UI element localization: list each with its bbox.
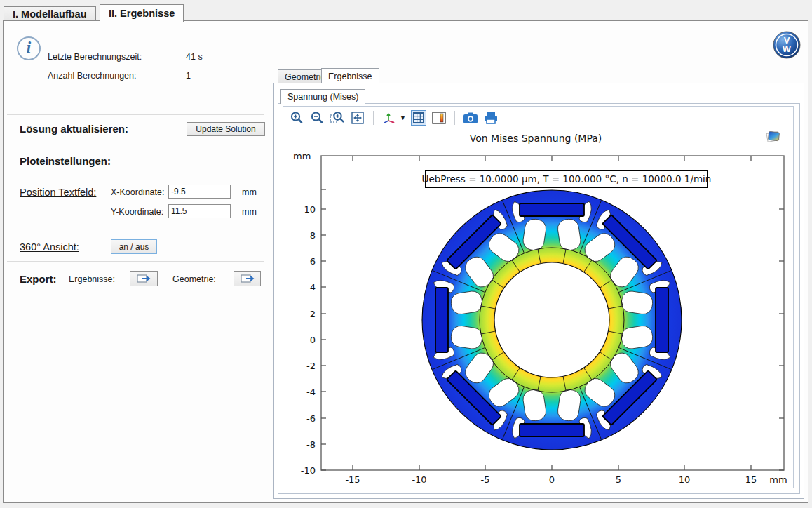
plot-title: Von Mises Spannung (MPa) xyxy=(470,133,602,144)
runs-value: 1 xyxy=(186,71,191,81)
tab-ergebnisse-label: II. Ergebnisse xyxy=(109,8,175,19)
y-tick-label: 2 xyxy=(310,309,316,319)
toolbar-separator xyxy=(454,111,455,125)
view-360-toggle-label: an / aus xyxy=(119,242,149,252)
update-solution-label: Update Solution xyxy=(196,124,255,134)
x-tick-label: -15 xyxy=(345,474,360,485)
x-axis-labels: -15 -10 -5 0 5 10 15 mm xyxy=(345,474,787,485)
view-orientation-icon[interactable] xyxy=(381,110,397,126)
x-coordinate-value: -9.5 xyxy=(171,187,186,196)
y-coordinate-value: 11.5 xyxy=(171,206,187,216)
tab-ergebnisse-right[interactable]: Ergebnisse xyxy=(321,68,379,83)
rotor-bore xyxy=(494,262,609,377)
tab-ergebnisse-right-label: Ergebnisse xyxy=(328,72,372,81)
x-tick-label: -10 xyxy=(412,474,426,485)
color-legend-icon[interactable] xyxy=(431,110,447,126)
position-textfield-heading: Position Textfeld: xyxy=(20,187,96,198)
runs-label: Anzahl Berechnungen: xyxy=(48,71,136,81)
y-tick-label: 4 xyxy=(310,282,316,293)
x-tick-label: 10 xyxy=(679,474,691,485)
y-unit-label: mm xyxy=(242,207,257,217)
view-360-toggle-button[interactable]: an / aus xyxy=(111,239,157,254)
info-icon: i xyxy=(17,36,41,60)
y-tick-label: -2 xyxy=(306,361,316,371)
vw-logo-w: W xyxy=(783,44,792,54)
zoom-extents-icon[interactable] xyxy=(350,110,365,126)
export-results-button[interactable] xyxy=(130,271,158,286)
snapshot-icon[interactable] xyxy=(463,110,478,126)
print-icon[interactable] xyxy=(483,110,499,126)
y-axis-unit: mm xyxy=(293,151,311,161)
x-axis-unit: mm xyxy=(769,474,787,485)
annotation-box: UebPress = 10.0000 µm, T = 100.000 °C, n… xyxy=(422,171,712,187)
y-tick-label: 0 xyxy=(310,335,316,345)
separator xyxy=(7,261,264,262)
tab-geometrie-label: Geometrie xyxy=(285,72,325,82)
rotor-cross-section xyxy=(422,190,682,450)
tab-spannung-mises[interactable]: Spannung (Mises) xyxy=(280,89,365,104)
y-tick-label: 8 xyxy=(310,230,316,241)
y-axis-labels: 10 8 6 4 2 0 -2 -4 -6 -8 -10 mm xyxy=(293,151,316,476)
zoom-selection-icon[interactable] xyxy=(330,110,345,126)
vw-logo: V W xyxy=(773,31,801,59)
export-heading: Export: xyxy=(20,273,57,285)
zoom-out-icon[interactable] xyxy=(309,110,325,126)
x-tick-label: 5 xyxy=(616,474,621,485)
y-tick-label: -8 xyxy=(306,439,316,450)
zoom-in-icon[interactable] xyxy=(289,110,304,126)
x-coordinate-input[interactable]: -9.5 xyxy=(168,185,231,199)
view-360-heading: 360° Ansicht: xyxy=(20,241,79,253)
separator xyxy=(7,145,264,145)
plot-group-icon[interactable] xyxy=(766,131,780,142)
y-tick-label: -6 xyxy=(306,413,316,424)
export-results-icon xyxy=(137,274,151,283)
tab-spannung-mises-label: Spannung (Mises) xyxy=(287,92,358,102)
x-tick-label: 15 xyxy=(745,474,757,485)
tab-modellaufbau-label: I. Modellaufbau xyxy=(13,8,87,20)
plot-settings-heading: Ploteinstellungen: xyxy=(20,155,111,167)
toolbar-separator xyxy=(373,111,374,125)
solution-heading: Lösung aktualisieren: xyxy=(20,123,128,135)
tab-ergebnisse[interactable]: II. Ergebnisse xyxy=(100,4,184,22)
y-tick-label: -4 xyxy=(306,387,316,397)
y-tick-label: -10 xyxy=(301,465,316,476)
y-coordinate-label: Y-Koordinate: xyxy=(111,207,163,217)
tab-modellaufbau[interactable]: I. Modellaufbau xyxy=(4,6,96,21)
y-tick-label: 6 xyxy=(310,256,316,267)
update-solution-button[interactable]: Update Solution xyxy=(187,122,265,136)
x-unit-label: mm xyxy=(242,187,257,197)
grid-icon[interactable] xyxy=(411,110,426,126)
last-calc-label: Letzte Berechnungszeit: xyxy=(48,52,142,62)
info-icon-glyph: i xyxy=(27,39,31,55)
x-coordinate-label: X-Koordinate: xyxy=(111,187,164,197)
last-calc-value: 41 s xyxy=(186,52,203,62)
app-window: I. Modellaufbau II. Ergebnisse i Letzte … xyxy=(0,0,812,508)
plot-toolbar: ▼ xyxy=(289,109,499,127)
x-tick-label: -5 xyxy=(481,474,490,485)
mises-plot[interactable]: -15 -10 -5 0 5 10 15 mm 10 8 6 4 2 0 -2 … xyxy=(283,126,793,488)
export-results-label: Ergebnisse: xyxy=(69,274,115,284)
y-tick-label: 10 xyxy=(304,204,316,215)
export-geometry-label: Geometrie: xyxy=(172,274,216,284)
y-coordinate-input[interactable]: 11.5 xyxy=(168,204,231,218)
view-orientation-dropdown-icon[interactable]: ▼ xyxy=(400,114,406,121)
annotation-text: UebPress = 10.0000 µm, T = 100.000 °C, n… xyxy=(422,173,712,185)
separator xyxy=(7,114,264,115)
x-tick-label: 0 xyxy=(549,474,555,485)
export-geometry-button[interactable] xyxy=(234,271,261,286)
export-geometry-icon xyxy=(241,274,255,283)
